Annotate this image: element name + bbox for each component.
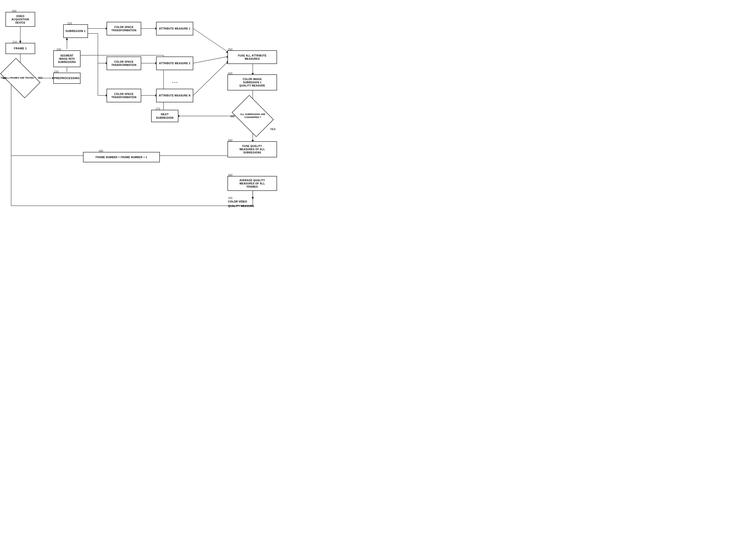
dots: ... [172,79,178,84]
box-235: PREPROCESSING [53,73,81,84]
box-252: ATTRIBUTE MEASURE N [156,89,193,102]
box-240b: COLOR SPACE TRANSFORMATION [106,57,141,70]
box-251: ATTRIBUTE MEASURE 2 [156,57,193,70]
box-210: FRAME 1 [5,43,35,54]
svg-line-29 [193,62,228,95]
diamond-220: ALL FRAMES ARE TESTED ? [3,67,38,89]
box-250: ATTRIBUTE MEASURE 1 [156,22,193,35]
svg-line-27 [193,57,228,63]
svg-line-25 [193,28,228,52]
box-260: FUSE ALL ATTRIBUTE MEASURES [228,50,277,64]
box-200: VIDEO ACQUISITION DEVICE [5,12,35,27]
diamond-270: ALL SUBREGIONS ARE CONSIDERED ? [235,104,270,129]
box-240a: COLOR SPACE TRANSFORMATION [106,22,141,35]
box-280: FUSE QUALITY MEASURES OF ALL SUBREGIONS [228,141,277,157]
box-230: SEGMENT IMAGE INTO SUBREGIONS [53,50,81,67]
box-240c: COLOR SPACE TRANSFORMATION [106,89,141,102]
box-290: AVERAGE QUALITY MEASURES OF ALL FRAMES [228,176,277,191]
box-265: COLOR IMAGE SUBREGION 1 QUALITY MEASURE [228,74,277,90]
box-225: SUBREGION 1 [63,24,88,38]
box-275: NEXT SUBREGION [151,110,178,122]
box-285: FRAME NUMBER = FRAME NUMBER + 1 [83,152,160,162]
no-label-270: NO [231,115,235,118]
yes-label-270: YES [270,128,275,131]
text-295: COLOR VIDEO QUALITY MEASURE [228,199,254,208]
flowchart-diagram: 200 VIDEO ACQUISITION DEVICE 210 FRAME 1… [0,0,302,221]
no-label-220: NO [38,76,43,79]
